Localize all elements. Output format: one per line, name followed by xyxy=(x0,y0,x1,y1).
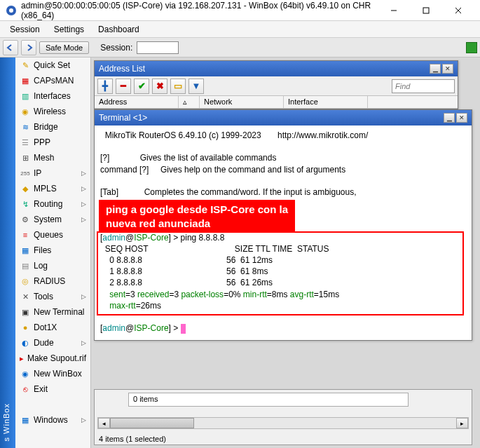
term-minimize-button[interactable]: ▁ xyxy=(444,113,455,123)
radius-icon: ◎ xyxy=(20,276,31,287)
sidebar-item-label: Dot1X xyxy=(34,323,57,332)
sidebar-item-routing[interactable]: ↯Routing▷ xyxy=(15,196,90,212)
term-ping-row-0: 0 8.8.8.8 56 61 12ms xyxy=(100,254,466,266)
content-area: Address List ▁ ✕ ╋ ━ ✔ ✖ ▭ ▼ Find Addres… xyxy=(91,57,480,448)
sidebar-item-label: Windows xyxy=(34,415,68,425)
sidebar-item-label: Interfaces xyxy=(34,91,71,101)
chevron-right-icon: ▷ xyxy=(81,216,86,223)
sidebar-item-log[interactable]: ▤Log xyxy=(15,258,90,273)
address-list-title: Address List xyxy=(99,64,145,74)
term-prompt-2: [admin@ISP-Core] > xyxy=(100,323,466,334)
scroll-right-button[interactable]: ▸ xyxy=(456,418,468,428)
sidebar-item-interfaces[interactable]: ▥Interfaces xyxy=(15,88,90,104)
sidebar-item-mpls[interactable]: ◆MPLS▷ xyxy=(15,181,90,196)
queues-icon: ≡ xyxy=(20,229,31,240)
session-input[interactable] xyxy=(137,41,179,54)
connection-status-icon xyxy=(466,42,477,53)
sidebar-item-label: Exit xyxy=(34,384,48,394)
sidebar-item-new-terminal[interactable]: ▣New Terminal xyxy=(15,304,90,320)
horizontal-scrollbar[interactable]: ◂ ▸ xyxy=(97,417,469,429)
col-interface[interactable]: Interface xyxy=(284,96,368,108)
items-count-box: 0 items xyxy=(128,393,409,407)
sidebar-item-ip[interactable]: 255IP▷ xyxy=(15,165,90,181)
sidebar-item-new-winbox[interactable]: ◉New WinBox xyxy=(15,366,90,381)
sidebar-item-exit[interactable]: ⎋Exit xyxy=(15,381,90,397)
sidebar-item-dot1x[interactable]: ●Dot1X xyxy=(15,320,90,335)
terminal-window[interactable]: Terminal <1> ▁ ✕ MikroTik RouterOS 6.49.… xyxy=(94,109,472,341)
exit-icon: ⎋ xyxy=(20,383,31,395)
enable-button[interactable]: ✔ xyxy=(134,79,149,94)
redo-button[interactable] xyxy=(21,40,36,55)
maximize-button[interactable] xyxy=(410,0,442,21)
find-input[interactable]: Find xyxy=(392,79,455,93)
sidebar-item-mesh[interactable]: ⊞Mesh xyxy=(15,150,90,165)
addr-minimize-button[interactable]: ▁ xyxy=(430,64,441,74)
address-list-toolbar: ╋ ━ ✔ ✖ ▭ ▼ Find xyxy=(95,76,458,96)
dude-icon: ◐ xyxy=(20,337,31,348)
sidebar-item-label: Log xyxy=(34,261,48,271)
sidebar-item-label: Tools xyxy=(34,292,53,301)
chevron-right-icon: ▷ xyxy=(81,293,86,300)
sidebar: ✎Quick Set▦CAPsMAN▥Interfaces◉Wireless≋B… xyxy=(15,57,91,448)
terminal-title: Terminal <1> xyxy=(99,113,147,123)
svg-rect-3 xyxy=(423,8,429,13)
bottom-panel: 0 items ◂ ▸ 4 items (1 selected) xyxy=(94,389,472,445)
sidebar-item-dude[interactable]: ◐Dude▷ xyxy=(15,335,90,351)
sidebar-item-queues[interactable]: ≡Queues xyxy=(15,227,90,243)
sidebar-item-label: Quick Set xyxy=(34,60,70,70)
sidebar-item-label: IP xyxy=(34,168,41,178)
sidebar-item-tools[interactable]: ✕Tools▷ xyxy=(15,289,90,304)
term-close-button[interactable]: ✕ xyxy=(456,113,467,123)
col-address[interactable]: Address xyxy=(95,96,179,108)
sidebar-item-system[interactable]: ⚙System▷ xyxy=(15,212,90,227)
comment-button[interactable]: ▭ xyxy=(170,79,186,94)
sidebar-item-label: Wireless xyxy=(34,107,66,116)
winbox-icon: ◉ xyxy=(20,368,31,379)
safemode-button[interactable]: Safe Mode xyxy=(39,41,89,54)
undo-button[interactable] xyxy=(3,40,18,55)
close-button[interactable] xyxy=(442,0,474,21)
iface-icon: ▥ xyxy=(20,90,31,102)
tools-icon: ✕ xyxy=(20,291,31,302)
menubar: Session Settings Dashboard xyxy=(0,21,480,38)
remove-button[interactable]: ━ xyxy=(116,79,131,94)
sidebar-item-capsman[interactable]: ▦CAPsMAN xyxy=(15,73,90,88)
term-prompt-1: [admin@ISP-Core] > ping 8.8.8.8 xyxy=(100,232,466,243)
terminal-titlebar[interactable]: Terminal <1> ▁ ✕ xyxy=(95,110,472,125)
sidebar-item-windows[interactable]: ▦Windows▷ xyxy=(15,412,90,428)
sidebar-item-label: Mesh xyxy=(34,153,54,163)
main-toolbar: Safe Mode Session: xyxy=(0,38,480,57)
address-list-window[interactable]: Address List ▁ ✕ ╋ ━ ✔ ✖ ▭ ▼ Find Addres… xyxy=(94,60,458,109)
sidebar-item-quick-set[interactable]: ✎Quick Set xyxy=(15,57,90,73)
sidebar-item-wireless[interactable]: ◉Wireless xyxy=(15,104,90,119)
term-ping-row-2: 2 8.8.8.8 56 61 26ms xyxy=(100,277,466,288)
minimize-button[interactable] xyxy=(378,0,410,21)
term-banner: MikroTik RouterOS 6.49.10 (c) 1999-2023 … xyxy=(100,130,466,141)
col-sort[interactable]: ▵ xyxy=(179,96,200,108)
terminal-body[interactable]: MikroTik RouterOS 6.49.10 (c) 1999-2023 … xyxy=(95,125,472,340)
menu-settings[interactable]: Settings xyxy=(47,22,91,36)
scroll-left-button[interactable]: ◂ xyxy=(98,418,110,428)
sidebar-item-blank xyxy=(15,397,90,412)
mpls-icon: ◆ xyxy=(20,183,31,194)
filter-button[interactable]: ▼ xyxy=(188,79,204,94)
chevron-right-icon: ▷ xyxy=(81,170,86,177)
addr-close-button[interactable]: ✕ xyxy=(442,64,453,74)
term-help2: command [?] Gives help on the command an… xyxy=(100,164,466,175)
sidebar-item-ppp[interactable]: ☰PPP xyxy=(15,135,90,150)
term-help3: [Tab] Completes the command/word. If the… xyxy=(100,186,466,198)
add-button[interactable]: ╋ xyxy=(97,79,113,94)
mesh-icon: ⊞ xyxy=(20,152,31,163)
term-ping-row-1: 1 8.8.8.8 56 61 8ms xyxy=(100,266,466,277)
menu-session[interactable]: Session xyxy=(3,22,47,36)
sidebar-item-bridge[interactable]: ≋Bridge xyxy=(15,119,90,135)
col-network[interactable]: Network xyxy=(200,96,284,108)
disable-button[interactable]: ✖ xyxy=(152,79,167,94)
chevron-right-icon: ▷ xyxy=(81,339,86,346)
address-list-titlebar[interactable]: Address List ▁ ✕ xyxy=(95,61,458,76)
scroll-thumb[interactable] xyxy=(110,418,194,428)
sidebar-item-make-supout.rif[interactable]: ▸Make Supout.rif xyxy=(15,351,90,366)
sidebar-item-radius[interactable]: ◎RADIUS xyxy=(15,273,90,289)
menu-dashboard[interactable]: Dashboard xyxy=(91,22,146,36)
sidebar-item-files[interactable]: ▦Files xyxy=(15,243,90,258)
